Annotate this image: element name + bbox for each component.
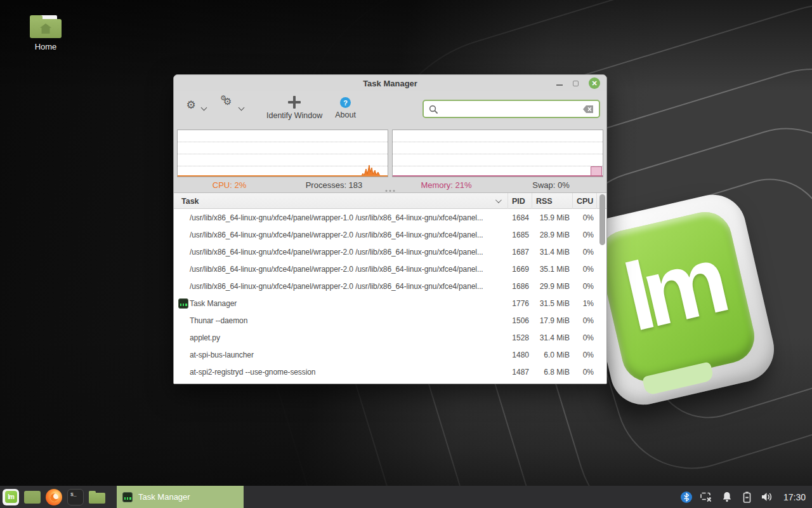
help-question-icon: ? <box>340 97 351 108</box>
table-row[interactable]: /usr/lib/x86_64-linux-gnu/xfce4/panel/wr… <box>174 226 606 243</box>
process-gears-button[interactable]: ⚙⚙ <box>219 95 238 114</box>
table-row[interactable]: applet.py 1528 31.4 MiB 0% <box>174 329 606 346</box>
column-header-rss[interactable]: RSS <box>532 193 573 209</box>
desktop-home-icon[interactable]: Home <box>20 14 71 51</box>
battery-icon[interactable] <box>740 490 754 504</box>
settings-dropdown-chevron-icon[interactable] <box>201 104 207 110</box>
terminal-launcher[interactable]: $_ <box>65 486 86 508</box>
crosshair-icon <box>288 96 301 109</box>
titlebar[interactable]: Task Manager ✕ <box>174 75 606 91</box>
taskbar-panel: lm $_ Task Manager <box>0 486 812 508</box>
scrollbar-thumb[interactable] <box>599 194 605 245</box>
close-button[interactable]: ✕ <box>589 77 600 89</box>
desktop-background: lm Home Task Manager ✕ ⚙ <box>0 0 812 508</box>
display-disconnect-icon[interactable] <box>700 490 714 504</box>
processes-count-label: Processes: 183 <box>282 180 386 190</box>
table-row[interactable]: at-spi-bus-launcher 1480 6.0 MiB 0% <box>174 346 606 363</box>
bluetooth-icon[interactable] <box>679 490 693 504</box>
desktop-icon <box>24 491 41 504</box>
clear-search-icon[interactable] <box>583 105 594 113</box>
search-box[interactable] <box>422 100 600 118</box>
table-row[interactable]: /usr/lib/x86_64-linux-gnu/xfce4/panel/wr… <box>174 243 606 260</box>
sort-descending-icon <box>495 197 502 203</box>
mint-logo-green-square: lm <box>594 207 759 387</box>
table-row[interactable]: /usr/lib/x86_64-linux-gnu/xfce4/panel/wr… <box>174 209 606 226</box>
firefox-icon <box>46 489 62 505</box>
table-row-task-manager[interactable]: Task Manager 1776 31.5 MiB 1% <box>174 295 606 312</box>
clock[interactable]: 17:30 <box>783 492 806 502</box>
identify-window-button[interactable]: Identify Window <box>266 96 322 120</box>
memory-graph <box>392 130 603 177</box>
vertical-scrollbar[interactable] <box>599 194 605 382</box>
pane-splitter-handle[interactable] <box>386 190 395 192</box>
mint-logo-lm-text: lm <box>615 225 730 353</box>
maximize-button[interactable] <box>573 81 579 86</box>
cpu-percent-label: CPU: 2% <box>177 180 282 190</box>
search-input[interactable] <box>438 104 583 114</box>
about-button[interactable]: ? About <box>335 96 356 119</box>
process-dropdown-chevron-icon[interactable] <box>239 104 245 110</box>
table-header: Task PID RSS CPU <box>174 193 606 209</box>
volume-icon[interactable] <box>761 490 775 504</box>
cpu-graph <box>177 130 388 177</box>
task-manager-icon <box>178 298 188 309</box>
minimize-button[interactable] <box>556 84 563 86</box>
table-row[interactable]: /usr/lib/x86_64-linux-gnu/xfce4/panel/wr… <box>174 277 606 295</box>
table-body: /usr/lib/x86_64-linux-gnu/xfce4/panel/wr… <box>174 209 606 384</box>
show-desktop-button[interactable] <box>22 486 43 508</box>
toolbar: ⚙ ⚙⚙ Identify Window ? About <box>174 91 606 124</box>
firefox-launcher[interactable] <box>43 486 65 508</box>
monitors-section: CPU: 2% Processes: 183 Memory: 21% Swap:… <box>174 124 606 192</box>
mint-menu-button[interactable]: lm <box>0 486 22 508</box>
cpu-usage-spike <box>361 163 385 177</box>
mint-menu-icon: lm <box>5 491 17 503</box>
settings-gear-button[interactable]: ⚙ <box>181 95 200 114</box>
terminal-icon: $_ <box>67 489 84 505</box>
window-title: Task Manager <box>174 79 606 88</box>
column-header-pid[interactable]: PID <box>508 193 532 209</box>
system-tray: 17:30 <box>679 486 812 508</box>
home-folder-icon <box>30 14 62 38</box>
home-icon-label: Home <box>20 42 71 51</box>
table-row[interactable]: /usr/lib/x86_64-linux-gnu/xfce4/panel/wr… <box>174 260 606 277</box>
double-gear-icon: ⚙⚙ <box>221 98 235 112</box>
column-header-task[interactable]: Task <box>174 193 508 209</box>
process-table: Task PID RSS CPU /usr/lib/x86_64-linux-g… <box>174 192 606 384</box>
folder-icon <box>89 491 105 504</box>
file-manager-launcher[interactable] <box>86 486 108 508</box>
notifications-bell-icon[interactable] <box>720 490 734 504</box>
memory-percent-label: Memory: 21% <box>394 180 499 190</box>
search-icon <box>429 105 438 114</box>
column-header-cpu[interactable]: CPU <box>573 193 597 209</box>
task-manager-window: Task Manager ✕ ⚙ ⚙⚙ <box>173 74 607 384</box>
task-manager-icon <box>122 492 133 502</box>
swap-percent-label: Swap: 0% <box>499 180 603 190</box>
table-row[interactable]: Thunar --daemon 1506 17.9 MiB 0% <box>174 312 606 329</box>
taskbar-task-manager-button[interactable]: Task Manager <box>117 486 244 508</box>
table-row[interactable]: at-spi2-registryd --use-gnome-session 14… <box>174 363 606 380</box>
